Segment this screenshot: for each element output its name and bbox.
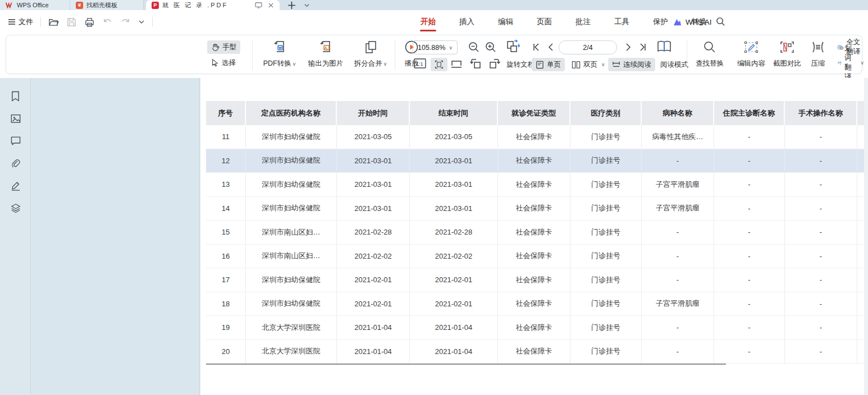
save-icon[interactable]	[66, 17, 77, 27]
table-cell: -	[714, 340, 785, 364]
open-folder-icon[interactable]	[48, 17, 59, 27]
table-row[interactable]: 11深圳市妇幼保健院2021-03-052021-03-05社会保障卡门诊挂号病…	[206, 125, 868, 149]
table-cell: -	[785, 197, 857, 221]
table-cell: 门诊挂号	[570, 197, 642, 221]
file-menu-button[interactable]: 文件	[8, 17, 33, 27]
table-row[interactable]: 15深圳市南山区妇…2021-02-282021-02-28社会保障卡门诊挂号-…	[206, 221, 868, 245]
chevron-down-icon[interactable]	[138, 19, 145, 25]
chevron-down-icon: ∨	[601, 62, 605, 67]
actual-size-icon[interactable]: 1:1	[414, 58, 426, 69]
fit-page-button[interactable]	[431, 58, 447, 71]
divider	[687, 40, 687, 70]
menu-tab[interactable]: 工具	[602, 10, 641, 34]
menu-tab[interactable]: 开始	[409, 10, 447, 34]
vertical-scrollbar[interactable]	[864, 78, 868, 395]
table-cell: 社会保障卡	[498, 340, 570, 364]
menu-tab[interactable]: 页面	[525, 10, 564, 34]
first-page-icon[interactable]	[532, 43, 541, 52]
table-cell: -	[785, 149, 857, 173]
next-page-icon[interactable]	[624, 43, 633, 52]
last-page-icon[interactable]	[638, 43, 647, 52]
zoom-in-icon[interactable]	[485, 41, 497, 53]
search-icon[interactable]	[715, 16, 726, 27]
table-row[interactable]: 19北京大学深圳医院2021-01-042021-01-04社会保障卡门诊挂号-…	[206, 316, 868, 340]
table-cell: 深圳市妇幼保健院	[246, 268, 337, 292]
rotate-document-icon[interactable]	[505, 39, 520, 55]
table-cell: -	[642, 316, 714, 340]
document-canvas: 序号定点医药机构名称开始时间结束时间就诊凭证类型医疗类别病种名称住院主诊断名称手…	[0, 78, 868, 395]
edit-content-button[interactable]: 编辑内容	[732, 39, 771, 68]
new-tab-button[interactable]	[287, 0, 296, 10]
table-row[interactable]: 14深圳市妇幼保健院2021-03-012021-03-01社会保障卡门诊挂号子…	[206, 197, 868, 221]
undo-icon[interactable]	[102, 17, 113, 27]
tab-wps-office[interactable]: WPS Office	[0, 0, 70, 10]
image-icon[interactable]	[0, 107, 31, 130]
double-page-button[interactable]: 双页 ∨	[568, 58, 609, 71]
fit-width-icon[interactable]	[451, 58, 462, 69]
tab-list-button[interactable]	[304, 0, 310, 10]
table-cell: 2021-02-01	[410, 268, 498, 292]
table-cell: 2021-03-01	[410, 173, 498, 197]
single-page-button[interactable]: 单页	[532, 58, 565, 71]
wps-ai-label: WPS AI	[686, 18, 712, 26]
read-mode-icon[interactable]	[656, 39, 672, 55]
table-cell: -	[785, 245, 857, 269]
continuous-read-button[interactable]: 连续阅读	[608, 58, 655, 71]
screen-share-icon[interactable]	[255, 2, 262, 8]
layers-icon[interactable]	[0, 197, 31, 219]
table-row[interactable]: 20北京大学深圳医院2021-01-042021-01-04社会保障卡门诊挂号-…	[206, 340, 868, 364]
menu-tab[interactable]: 插入	[447, 10, 486, 34]
screenshot-compare-button[interactable]: 截图对比	[768, 39, 807, 68]
pdf-convert-button[interactable]: PDF转换∨	[258, 39, 301, 68]
table-cell: -	[642, 268, 714, 292]
find-replace-button[interactable]: 查找替换	[690, 39, 729, 68]
rotate-left-icon[interactable]	[470, 58, 482, 69]
signature-icon[interactable]	[0, 174, 31, 197]
table-cell: 门诊挂号	[570, 292, 642, 316]
table-row[interactable]: 18深圳市妇幼保健院2021-02-012021-02-01社会保障卡门诊挂号子…	[206, 292, 868, 316]
previous-page-icon[interactable]	[546, 43, 555, 52]
attachment-icon[interactable]	[0, 152, 31, 174]
comment-icon[interactable]	[0, 130, 31, 152]
column-header: 手术操作名称	[785, 101, 857, 125]
word-translation-button[interactable]: 文A 划词翻译 ∨	[834, 56, 868, 70]
column-header: 医疗类别	[570, 101, 642, 125]
hand-tool-button[interactable]: 手型	[207, 40, 240, 54]
table-row[interactable]: 16深圳市南山区妇…2021-02-022021-02-02社会保障卡门诊挂号-…	[206, 245, 868, 269]
split-merge-button[interactable]: 拆分合并∨	[350, 39, 391, 68]
tab-document-pdf[interactable]: P 就 医 记 录 .PDF	[146, 0, 280, 10]
pdf-convert-icon	[272, 40, 287, 54]
rotate-right-icon[interactable]	[488, 58, 500, 69]
tab-docer[interactable]: ❦ 找稻壳模板	[70, 0, 144, 10]
continuous-read-label: 连续阅读	[623, 60, 651, 70]
compress-button[interactable]: 压缩	[806, 39, 830, 68]
table-cell: 20	[206, 340, 246, 364]
select-tool-button[interactable]: 选择	[207, 56, 240, 70]
export-image-button[interactable]: 输出为图片	[303, 39, 349, 68]
divider	[152, 17, 153, 27]
wps-ai-button[interactable]: WPS AI	[673, 10, 712, 34]
menu-bar: 文件 开始插入编辑页面批注工具保护转换 WPS AI	[0, 10, 868, 34]
table-row[interactable]: 17深圳市妇幼保健院2021-02-012021-02-01社会保障卡门诊挂号-…	[206, 268, 868, 292]
close-icon[interactable]	[268, 2, 274, 8]
column-header: 序号	[206, 101, 246, 125]
table-cell: 门诊挂号	[570, 221, 642, 245]
redo-icon[interactable]	[120, 17, 131, 27]
column-header: 定点医药机构名称	[246, 101, 337, 125]
table-cell: -	[714, 268, 785, 292]
zoom-level-select[interactable]: 105.88% ∨	[413, 40, 458, 54]
table-cell: 2021-03-01	[337, 149, 410, 173]
zoom-out-icon[interactable]	[468, 41, 480, 53]
split-merge-icon	[364, 40, 377, 54]
table-row[interactable]: 12深圳市妇幼保健院2021-03-012021-03-01社会保障卡门诊挂号-…	[206, 149, 868, 173]
menu-tab[interactable]: 编辑	[486, 10, 525, 34]
table-cell: 2021-03-01	[410, 197, 498, 221]
column-header: 开始时间	[337, 101, 410, 125]
table-cell: -	[785, 316, 857, 340]
page-number-input[interactable]: 2/4	[559, 40, 617, 54]
print-icon[interactable]	[84, 17, 95, 27]
table-row[interactable]: 13深圳市妇幼保健院2021-03-012021-03-01社会保障卡门诊挂号子…	[206, 173, 868, 197]
menu-tab[interactable]: 批注	[564, 10, 602, 34]
double-page-icon	[572, 61, 581, 69]
bookmark-icon[interactable]	[0, 85, 31, 107]
